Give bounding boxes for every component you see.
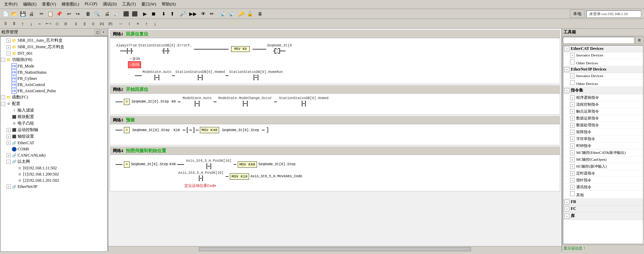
tb2-coil3[interactable]: [F] bbox=[106, 20, 115, 28]
tb2-contact[interactable]: | | bbox=[53, 20, 61, 28]
toolbox-tree-item[interactable]: +通讯指令 bbox=[563, 184, 643, 191]
tree-expand-icon[interactable]: - bbox=[1, 58, 5, 62]
rt-expand-icon[interactable]: + bbox=[565, 88, 569, 93]
rt-subitem-expand-icon[interactable]: + bbox=[570, 171, 575, 176]
toolbox-tree-item[interactable]: +数据处理指令 bbox=[563, 122, 643, 129]
local-button[interactable]: 本地 bbox=[570, 10, 584, 18]
project-tree-item[interactable]: FBFB_Mode bbox=[1, 63, 107, 69]
rt-expand-icon[interactable]: + bbox=[565, 67, 569, 72]
toolbox-search-button[interactable]: 搜 bbox=[635, 37, 643, 44]
step-button[interactable]: ▶▶ bbox=[189, 10, 197, 18]
compile2-button[interactable]: ⬛ bbox=[130, 10, 139, 18]
project-tree-item[interactable]: FBFB_AxisControl_Pulse bbox=[1, 88, 107, 94]
open-button[interactable]: 📂 bbox=[10, 10, 18, 18]
project-tree-item[interactable]: ⚙[0]192.168.1.11:502 bbox=[1, 165, 107, 171]
tree-expand-icon[interactable]: - bbox=[7, 51, 11, 55]
rt-subitem-expand-icon[interactable] bbox=[570, 60, 575, 64]
tb2-vline[interactable]: ↑ bbox=[142, 20, 151, 28]
network-2-content[interactable]: = SeqHome_St[6].Step K0 ModeState.Auto bbox=[110, 94, 560, 114]
rt-subitem-expand-icon[interactable]: + bbox=[570, 144, 575, 148]
project-tree-item[interactable]: ⚙[1]192.168.1.200:502 bbox=[1, 171, 107, 177]
menu-view[interactable]: 查看(V) bbox=[39, 1, 59, 8]
network-4-content[interactable]: = SeqHome_St[6].Step K40 Axis_St6_5_H.Po… bbox=[110, 155, 560, 191]
project-tree-item[interactable]: +📁SBR_031_Auto_芯片料盒 bbox=[1, 37, 107, 44]
project-tree-item[interactable]: FBFB_Cyliner bbox=[1, 75, 107, 82]
login-button[interactable]: 🔑 bbox=[237, 10, 245, 18]
tree-expand-icon[interactable]: + bbox=[7, 45, 11, 49]
watch-button[interactable]: 👁 bbox=[199, 10, 207, 18]
toolbox-tree-item[interactable]: +程序逻辑指令 bbox=[563, 94, 643, 101]
tree-expand-icon[interactable]: + bbox=[7, 128, 11, 132]
force-button[interactable]: ✏ bbox=[208, 10, 216, 18]
project-tree-item[interactable]: ⌇输入滤波 bbox=[1, 107, 107, 114]
tb2-down[interactable]: ↓ bbox=[27, 20, 35, 28]
rt-subitem-expand-icon[interactable] bbox=[570, 80, 575, 85]
horizontal-scrollbar[interactable] bbox=[108, 246, 561, 252]
toolbox-tree-item[interactable]: +指针指令 bbox=[563, 177, 643, 184]
rt-subitem-expand-icon[interactable]: + bbox=[570, 74, 575, 78]
stop-button[interactable]: ⏹ bbox=[149, 10, 158, 18]
tb2-btn2[interactable]: $ bbox=[10, 20, 18, 28]
run-button[interactable]: ▶ bbox=[141, 10, 149, 18]
rt-subitem-expand-icon[interactable]: + bbox=[570, 53, 575, 58]
tree-expand-icon[interactable]: + bbox=[7, 135, 11, 139]
toolbox-tree-item[interactable]: +MC轴控(CanOpen) bbox=[563, 156, 643, 163]
rt-subitem-expand-icon[interactable]: + bbox=[570, 137, 575, 141]
compile-button[interactable]: ⬛ bbox=[122, 10, 130, 18]
toolbox-tree-item[interactable]: +EtherCAT Devices bbox=[563, 45, 643, 52]
project-tree-item[interactable]: ⚙电子凸轮 bbox=[1, 120, 107, 127]
cut-button[interactable]: ✂ bbox=[37, 10, 46, 18]
tree-expand-icon[interactable]: + bbox=[7, 153, 11, 157]
print2-button[interactable]: 🖨 bbox=[103, 10, 111, 18]
tb2-coil2[interactable]: [A] bbox=[98, 20, 106, 28]
rt-subitem-expand-icon[interactable]: + bbox=[570, 116, 575, 121]
delete-button[interactable]: 🗑 bbox=[84, 10, 92, 18]
copy-button[interactable]: 📋 bbox=[46, 10, 54, 18]
toolbox-tree-item[interactable]: +库 bbox=[563, 212, 643, 220]
tb2-del[interactable]: ✕ bbox=[134, 20, 142, 28]
toolbox-tree-item[interactable]: 其他 bbox=[563, 191, 643, 199]
tree-expand-icon[interactable]: - bbox=[1, 102, 5, 106]
toolbox-tree-item[interactable]: +Inovance Devices bbox=[563, 73, 643, 80]
project-tree-item[interactable]: +⬛轴组设置 bbox=[1, 133, 107, 140]
tb2-leftarrow[interactable]: ← bbox=[36, 20, 44, 28]
network-3-content[interactable]: = SeqHome_St[6].Step K10 bbox=[110, 124, 560, 145]
menu-tools[interactable]: 工具(T) bbox=[119, 1, 138, 8]
tree-expand-icon[interactable]: + bbox=[7, 141, 11, 145]
monitor-button[interactable]: 🔎 bbox=[179, 10, 187, 18]
undo-button[interactable]: ↩ bbox=[65, 10, 73, 18]
rt-subitem-expand-icon[interactable]: + bbox=[570, 185, 575, 190]
panel-close-button[interactable]: × bbox=[101, 30, 106, 35]
commsetting-button[interactable]: 📡 bbox=[218, 10, 226, 18]
toolbox-tree-item[interactable]: +流程控制指令 bbox=[563, 101, 643, 108]
toolbox-tree-item[interactable]: +FC bbox=[563, 205, 643, 212]
project-tree-item[interactable]: -📁功能块(FB) bbox=[1, 56, 107, 63]
rt-subitem-expand-icon[interactable]: + bbox=[570, 157, 575, 162]
rt-subitem-expand-icon[interactable] bbox=[570, 191, 575, 196]
logout-button[interactable]: 🔓 bbox=[246, 10, 254, 18]
tb2-wire2[interactable]: | bbox=[125, 20, 133, 28]
upload-button[interactable]: ⬆ bbox=[168, 10, 176, 18]
tb2-contact2[interactable]: |/| bbox=[62, 20, 70, 28]
rt-subitem-expand-icon[interactable]: + bbox=[570, 109, 575, 114]
project-tree-item[interactable]: ⚙[2]192.168.1.201:502 bbox=[1, 177, 107, 183]
project-tree-item[interactable]: +📁SBR_031_Home_芯片料盒 bbox=[1, 44, 107, 50]
tb2-branches[interactable]: ⊢⊣ bbox=[44, 20, 53, 28]
tree-expand-icon[interactable]: + bbox=[7, 184, 11, 189]
menu-edit[interactable]: 编辑(E) bbox=[20, 1, 39, 8]
toolbox-tree-item[interactable]: +指令集 bbox=[563, 87, 643, 94]
print-button[interactable]: 🖨 bbox=[27, 10, 35, 18]
toolbox-tree-item[interactable]: +Inovance Devices bbox=[563, 52, 643, 59]
project-tree-item[interactable]: +⬛运动控制轴 bbox=[1, 127, 107, 133]
menu-help[interactable]: 帮助(H) bbox=[159, 1, 179, 8]
tree-expand-icon[interactable]: + bbox=[7, 39, 11, 43]
project-tree-item[interactable]: -⚙配置 bbox=[1, 100, 107, 107]
rt-subitem-expand-icon[interactable]: + bbox=[570, 178, 575, 183]
rt-subitem-expand-icon[interactable]: + bbox=[570, 164, 575, 169]
rt-subitem-expand-icon[interactable]: + bbox=[570, 123, 575, 128]
project-tree-item[interactable]: ⬛模块配置 bbox=[1, 114, 107, 120]
tree-expand-icon[interactable]: - bbox=[7, 160, 11, 164]
panel-float-button[interactable]: ◫ bbox=[95, 30, 100, 35]
find-button[interactable]: 🔍 bbox=[93, 10, 101, 18]
project-tree-item[interactable]: -📁INT_001 bbox=[1, 50, 107, 56]
